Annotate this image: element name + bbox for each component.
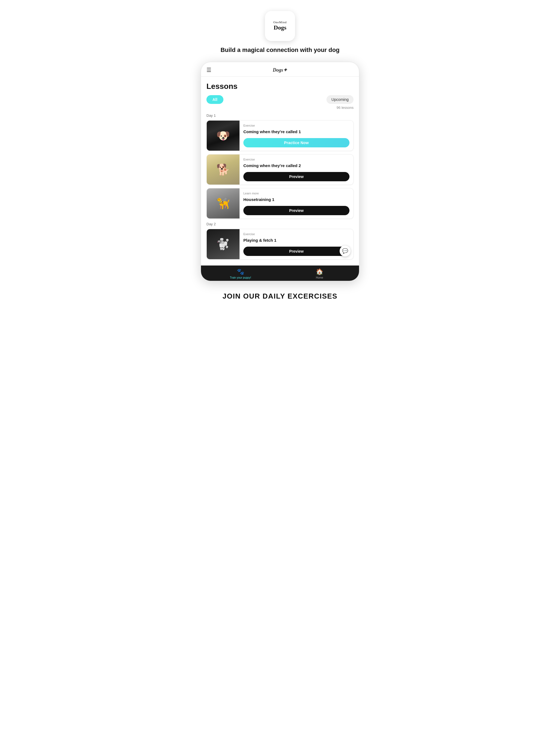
content-area: Lessons All Upcoming 96 lessons Day 1 Ex… [201,77,359,265]
nav-item-home[interactable]: 🏠 Home [280,268,359,279]
lesson-card-4: Exercise Playing & fetch 1 Preview 💬 [206,229,354,259]
filter-upcoming-button[interactable]: Upcoming [327,95,354,104]
app-icon-line1: OneMind [273,21,286,24]
lesson-name-2: Coming when they're called 2 [244,163,350,169]
lesson-image-3 [207,188,239,218]
chat-bubble[interactable]: 💬 [339,246,351,256]
bottom-cta: JOIN OUR DAILY EXCERCISES [223,292,337,301]
logo-text: Dogs✦ [273,67,287,73]
practice-now-button-1[interactable]: Practice Now [244,138,350,147]
top-bar: ☰ Dogs✦ [201,62,359,77]
lesson-type-3: Learn more [244,192,350,195]
lesson-info-4: Exercise Playing & fetch 1 Preview [239,229,353,259]
day-1-label: Day 1 [206,113,354,118]
preview-button-3[interactable]: Preview [244,206,350,215]
nav-item-train[interactable]: 🐾 Train your puppy! [201,268,280,279]
lesson-image-2 [207,154,239,185]
app-headline: Build a magical connection with your dog [221,47,339,54]
lesson-name-3: Housetraining 1 [244,197,350,202]
lesson-info-2: Exercise Coming when they're called 2 Pr… [239,154,353,185]
day-2-label: Day 2 [206,222,354,226]
lesson-info-1: Exercise Coming when they're called 1 Pr… [239,121,353,151]
lesson-type-4: Exercise [244,232,350,236]
device-frame: ☰ Dogs✦ Lessons All Upcoming 96 lessons … [201,62,359,281]
app-icon-line2: Dogs [274,24,286,31]
lesson-card-2: Exercise Coming when they're called 2 Pr… [206,154,354,185]
lesson-name-4: Playing & fetch 1 [244,238,350,243]
lesson-type-2: Exercise [244,158,350,161]
lesson-info-3: Learn more Housetraining 1 Preview [239,188,353,218]
nav-label-home: Home [316,276,323,279]
lessons-count: 96 lessons [206,106,354,110]
lesson-name-1: Coming when they're called 1 [244,129,350,134]
lesson-image-1 [207,121,239,151]
lessons-title: Lessons [206,82,354,91]
home-icon: 🏠 [316,268,323,275]
paw-icon: 🐾 [237,268,244,275]
app-icon: OneMind Dogs [265,11,295,41]
preview-button-4[interactable]: Preview [244,247,350,256]
filter-row: All Upcoming [206,95,354,104]
lesson-image-4 [207,229,239,259]
preview-button-2[interactable]: Preview [244,172,350,181]
filter-all-button[interactable]: All [206,95,223,104]
lesson-type-1: Exercise [244,124,350,127]
lesson-card: Exercise Coming when they're called 1 Pr… [206,120,354,151]
lesson-card-3: Learn more Housetraining 1 Preview [206,188,354,219]
menu-icon[interactable]: ☰ [206,67,211,73]
bottom-nav: 🐾 Train your puppy! 🏠 Home [201,265,359,281]
nav-label-train: Train your puppy! [230,276,251,279]
